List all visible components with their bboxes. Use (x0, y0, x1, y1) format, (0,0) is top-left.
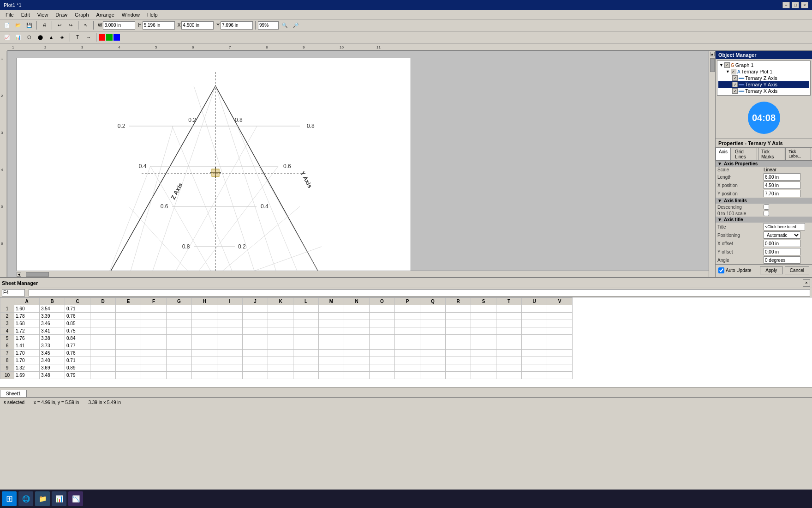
table-cell[interactable] (116, 327, 141, 335)
table-cell[interactable]: 1.68 (14, 320, 40, 327)
table-cell[interactable] (319, 372, 344, 379)
table-cell[interactable] (496, 305, 522, 313)
table-cell[interactable] (446, 327, 471, 335)
table-cell[interactable] (268, 364, 293, 372)
tb-open[interactable]: 📂 (13, 21, 23, 30)
tab-tick-marks[interactable]: Tick Marks (758, 148, 784, 160)
w-input[interactable] (103, 21, 135, 30)
tab-grid-lines[interactable]: Grid Lines (732, 148, 757, 160)
col-header-E[interactable]: E (116, 298, 141, 305)
taskbar-files[interactable]: 📁 (35, 491, 50, 506)
zero-hundred-checkbox[interactable] (764, 211, 769, 216)
table-cell[interactable] (192, 305, 217, 313)
table-cell[interactable] (293, 335, 319, 342)
table-cell[interactable] (395, 335, 420, 342)
table-cell[interactable] (471, 350, 496, 357)
hscroll-left[interactable]: ◄ (17, 272, 21, 277)
table-cell[interactable] (268, 372, 293, 379)
table-cell[interactable] (370, 313, 395, 320)
table-cell[interactable] (395, 305, 420, 313)
table-cell[interactable] (522, 320, 547, 327)
table-cell[interactable] (217, 335, 243, 342)
table-cell[interactable] (471, 364, 496, 372)
table-cell[interactable] (522, 313, 547, 320)
col-header-I[interactable]: I (217, 298, 243, 305)
table-cell[interactable] (344, 372, 370, 379)
table-cell[interactable] (420, 350, 446, 357)
col-header-K[interactable]: K (268, 298, 293, 305)
cancel-button[interactable]: Cancel (785, 266, 809, 274)
table-cell[interactable] (547, 320, 573, 327)
table-cell[interactable] (420, 342, 446, 350)
table-cell[interactable] (446, 372, 471, 379)
table-cell[interactable] (217, 327, 243, 335)
table-cell[interactable] (167, 372, 192, 379)
table-cell[interactable] (293, 342, 319, 350)
table-cell[interactable] (522, 305, 547, 313)
graph-canvas[interactable]: 0 0.2 0.4 0.6 0.8 1 X Axis 0.2 0.4 0.6 0… (17, 58, 411, 277)
table-cell[interactable] (116, 342, 141, 350)
table-cell[interactable] (522, 364, 547, 372)
col-header-J[interactable]: J (243, 298, 268, 305)
table-cell[interactable] (141, 327, 167, 335)
table-cell[interactable] (344, 350, 370, 357)
table-cell[interactable] (293, 327, 319, 335)
table-cell[interactable] (344, 313, 370, 320)
table-cell[interactable] (141, 357, 167, 364)
table-cell[interactable] (217, 364, 243, 372)
zoom-input[interactable] (258, 21, 279, 30)
formula-input[interactable] (29, 289, 810, 296)
table-cell[interactable]: 1.70 (14, 357, 40, 364)
table-cell[interactable] (319, 305, 344, 313)
auto-update-checkbox[interactable] (718, 267, 724, 273)
apply-button[interactable]: Apply (760, 266, 783, 274)
table-cell[interactable] (192, 350, 217, 357)
table-cell[interactable]: 0.79 (65, 372, 90, 379)
maximize-button[interactable]: □ (792, 2, 799, 8)
menu-graph[interactable]: Graph (71, 11, 93, 18)
table-cell[interactable] (141, 350, 167, 357)
table-cell[interactable] (192, 357, 217, 364)
tb-cursor[interactable]: ↖ (81, 21, 91, 30)
table-cell[interactable] (293, 357, 319, 364)
table-cell[interactable] (90, 342, 116, 350)
table-cell[interactable] (319, 364, 344, 372)
table-cell[interactable] (217, 320, 243, 327)
table-cell[interactable] (471, 342, 496, 350)
table-cell[interactable] (420, 327, 446, 335)
table-cell[interactable] (370, 372, 395, 379)
h-input[interactable] (143, 21, 175, 30)
table-cell[interactable] (167, 342, 192, 350)
table-cell[interactable] (293, 364, 319, 372)
table-cell[interactable] (420, 320, 446, 327)
axis-title-header[interactable]: ▼ Axis title (716, 217, 812, 223)
taskbar-excel[interactable]: 📊 (52, 491, 66, 506)
table-cell[interactable] (192, 342, 217, 350)
table-cell[interactable] (90, 364, 116, 372)
table-cell[interactable] (344, 357, 370, 364)
tb-new[interactable]: 📄 (2, 21, 12, 30)
menu-window[interactable]: Window (118, 11, 143, 18)
tb-scatter[interactable]: ⬡ (24, 33, 34, 42)
table-cell[interactable] (420, 335, 446, 342)
table-cell[interactable] (319, 335, 344, 342)
table-cell[interactable] (167, 357, 192, 364)
menu-view[interactable]: View (34, 11, 52, 18)
table-cell[interactable] (167, 305, 192, 313)
start-button[interactable]: ⊞ (2, 491, 17, 506)
table-cell[interactable] (268, 357, 293, 364)
table-cell[interactable] (268, 327, 293, 335)
table-cell[interactable] (496, 327, 522, 335)
table-cell[interactable] (344, 320, 370, 327)
table-cell[interactable] (293, 313, 319, 320)
table-cell[interactable] (116, 357, 141, 364)
title-input[interactable] (764, 223, 805, 230)
table-cell[interactable] (141, 305, 167, 313)
table-cell[interactable] (243, 357, 268, 364)
table-cell[interactable]: 0.75 (65, 327, 90, 335)
col-header-D[interactable]: D (90, 298, 116, 305)
table-cell[interactable] (141, 320, 167, 327)
table-cell[interactable] (116, 364, 141, 372)
col-header-M[interactable]: M (319, 298, 344, 305)
yoffset-input[interactable] (764, 248, 800, 255)
